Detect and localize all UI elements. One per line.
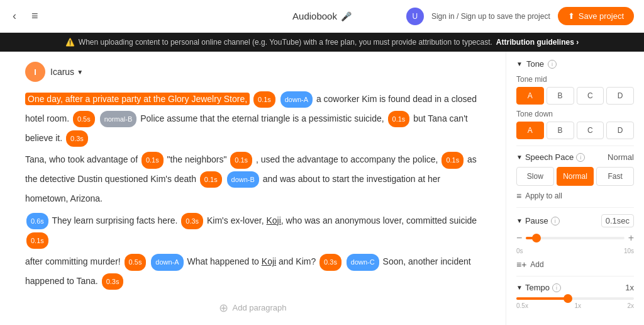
- tag-0.5s[interactable]: 0.5s: [73, 111, 95, 127]
- tag-0.1s-7[interactable]: 0.1s: [26, 232, 48, 249]
- tempo-value: 1x: [625, 283, 634, 292]
- tag-0.3s-2[interactable]: 0.3s: [181, 213, 203, 229]
- tempo-row: ▼ Tempo i 1x: [516, 283, 634, 292]
- tag-normal-b[interactable]: normal-B: [100, 111, 137, 127]
- tone-mid-btn-b[interactable]: B: [547, 87, 574, 105]
- save-icon: ⬆: [568, 11, 575, 21]
- pause-slider-row: − +: [516, 232, 634, 244]
- text-segment: after committing murder!: [25, 256, 123, 266]
- text-segment: They learn surprising facts here.: [52, 215, 180, 225]
- tone-mid-btn-d[interactable]: D: [606, 87, 634, 105]
- tag-0.1s-2[interactable]: 0.1s: [388, 111, 410, 127]
- text-segment: "the neighbors": [167, 154, 230, 164]
- pace-fast-btn[interactable]: Fast: [596, 167, 634, 186]
- tone-down-row: Tone down A B C D: [516, 110, 634, 139]
- tone-arrow: ▼: [516, 60, 523, 67]
- tag-0.3s-3[interactable]: 0.3s: [319, 254, 341, 270]
- selected-text[interactable]: One day, after a private party at the Gl…: [25, 93, 250, 105]
- tag-0.5s-2[interactable]: 0.5s: [125, 254, 147, 270]
- tone-down-btn-b[interactable]: B: [547, 122, 574, 139]
- tone-mid-btn-a[interactable]: A: [516, 87, 544, 105]
- text-segment: What happened to Koji and Kim?: [187, 256, 318, 266]
- tempo-slider-fill: [516, 297, 566, 300]
- text-area: One day, after a private party at the Gl…: [25, 89, 480, 291]
- tag-0.6s[interactable]: 0.6s: [26, 213, 48, 229]
- text-segment: Tana, who took advantage of: [25, 154, 140, 164]
- pause-slider-track[interactable]: [526, 237, 624, 239]
- speech-pace-label: ▼ Speech Pace i: [516, 152, 585, 162]
- header-left: ‹ ≡: [10, 7, 41, 25]
- auth-text: Sign in / Sign up to save the project: [431, 12, 550, 21]
- tag-down-c[interactable]: down-C: [347, 254, 379, 270]
- tag-0.1s-6[interactable]: 0.1s: [200, 171, 222, 188]
- tag-0.3s-1[interactable]: 0.3s: [66, 130, 88, 147]
- tone-down-label: Tone down: [516, 110, 634, 118]
- add-paragraph-button[interactable]: ⊕ Add paragraph: [25, 294, 480, 322]
- tempo-mid-label: 1x: [574, 302, 581, 309]
- tag-0.1s-5[interactable]: 0.1s: [441, 152, 464, 168]
- tone-section-header[interactable]: ▼ Tone i: [516, 59, 634, 69]
- user-name-dropdown[interactable]: Icarus ▼: [50, 67, 83, 77]
- tempo-max-label: 2x: [627, 302, 634, 309]
- save-label: Save project: [579, 11, 624, 21]
- add-label: Add: [530, 260, 543, 269]
- tag-down-a-2[interactable]: down-A: [151, 254, 183, 270]
- pause-slider-thumb[interactable]: [532, 234, 541, 242]
- tone-label: Tone: [526, 59, 544, 69]
- pause-slider-labels: 0s 10s: [516, 248, 634, 254]
- pace-normal-btn[interactable]: Normal: [557, 167, 594, 186]
- add-icon: ≡+: [516, 259, 526, 270]
- tag-0.3s-4[interactable]: 0.3s: [102, 273, 124, 290]
- apply-all-icon: ≡: [516, 191, 521, 201]
- pace-buttons: Slow Normal Fast: [516, 167, 634, 186]
- menu-button[interactable]: ≡: [29, 7, 41, 25]
- right-panel: ▼ Tone i Tone mid A B C D Tone down A B …: [506, 52, 644, 325]
- tag-0.1s-1[interactable]: 0.1s: [253, 91, 275, 108]
- tempo-slider-row: [516, 297, 634, 300]
- save-button[interactable]: ⬆ Save project: [558, 7, 634, 25]
- speech-pace-info-icon[interactable]: i: [576, 153, 585, 162]
- pause-max-label: 10s: [624, 248, 634, 254]
- tempo-label-text: ▼ Tempo i: [516, 283, 561, 292]
- pause-decrease-btn[interactable]: −: [516, 232, 522, 244]
- tone-down-btn-d[interactable]: D: [606, 122, 634, 139]
- add-pause-row[interactable]: ≡+ Add: [516, 259, 634, 270]
- pause-min-label: 0s: [516, 248, 523, 254]
- speech-pace-row: ▼ Speech Pace i Normal: [516, 152, 634, 162]
- tone-info-icon[interactable]: i: [548, 60, 557, 69]
- tempo-slider-track[interactable]: [516, 297, 634, 300]
- pause-text: Pause: [525, 216, 548, 225]
- tone-mid-label: Tone mid: [516, 75, 634, 84]
- editor-area: I Icarus ▼ One day, after a private part…: [0, 52, 506, 325]
- attribution-link[interactable]: Attribution guidelines ›: [496, 38, 579, 47]
- avatar: U: [406, 8, 424, 25]
- add-paragraph-label: Add paragraph: [232, 303, 286, 312]
- pause-info-icon[interactable]: i: [551, 217, 560, 225]
- tag-0.1s-4[interactable]: 0.1s: [230, 152, 252, 168]
- back-button[interactable]: ‹: [10, 7, 19, 25]
- tone-down-btn-a[interactable]: A: [516, 122, 544, 139]
- text-segment: Kim's ex-lover, Koji, who was an anonymo…: [207, 215, 477, 225]
- header-center: Audiobook 🎤: [292, 11, 352, 21]
- attribution-banner: ⚠️ When uploading content to personal on…: [0, 33, 644, 52]
- apply-all-row[interactable]: ≡ Apply to all: [516, 191, 634, 201]
- tone-down-btn-c[interactable]: C: [577, 122, 604, 139]
- tempo-slider-thumb[interactable]: [564, 294, 572, 303]
- tempo-info-icon[interactable]: i: [552, 283, 561, 292]
- apply-all-label: Apply to all: [525, 191, 562, 200]
- text-segment: Police assume that the eternal triangle …: [140, 113, 386, 123]
- pause-label: ▼ Pause i: [516, 216, 560, 225]
- tone-mid-buttons: A B C D: [516, 87, 634, 105]
- tag-down-b[interactable]: down-B: [227, 171, 259, 188]
- mic-icon: 🎤: [341, 11, 352, 21]
- tone-mid-btn-c[interactable]: C: [577, 87, 604, 105]
- tempo-text: Tempo: [525, 283, 550, 292]
- pause-increase-btn[interactable]: +: [628, 232, 634, 244]
- paragraph-2: Tana, who took advantage of 0.1s "the ne…: [25, 150, 480, 208]
- pause-value: 0.1sec: [601, 214, 634, 227]
- pace-slow-btn[interactable]: Slow: [516, 167, 554, 186]
- tag-0.1s-3[interactable]: 0.1s: [142, 152, 164, 168]
- banner-text: When uploading content to personal onlin…: [79, 38, 492, 47]
- tag-down-a-1[interactable]: down-A: [280, 91, 313, 108]
- user-avatar: I: [25, 62, 45, 82]
